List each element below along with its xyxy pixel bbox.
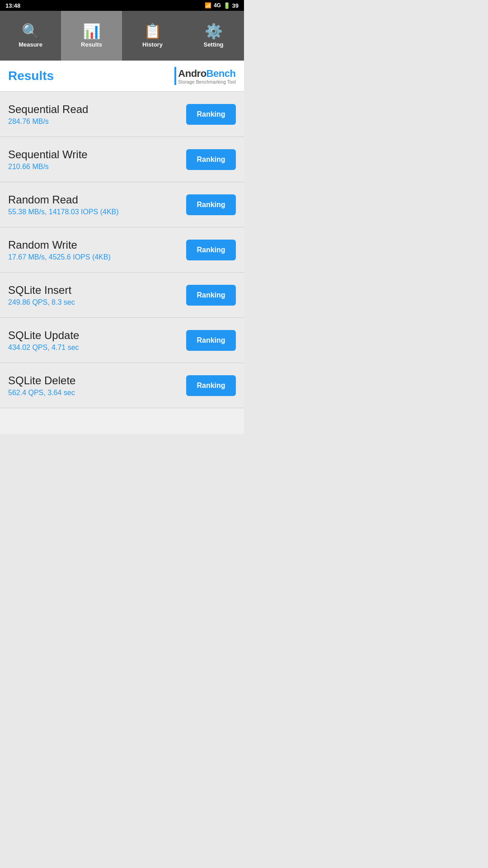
bench-row-rand-write: Random Write 17.67 MB/s, 4525.6 IOPS (4K… (0, 227, 244, 273)
bench-name-rand-write: Random Write (8, 239, 186, 251)
tab-measure[interactable]: 🔍 Measure (0, 11, 61, 61)
logo-andro: Andro (178, 68, 206, 79)
nav-tabs: 🔍 Measure 📊 Results 📋 History ⚙️ Setting (0, 11, 244, 61)
bench-info-seq-read: Sequential Read 284.76 MB/s (8, 103, 186, 126)
status-time: 13:48 (5, 2, 20, 9)
bench-name-sqlite-insert: SQLite Insert (8, 284, 186, 297)
tab-setting[interactable]: ⚙️ Setting (183, 11, 244, 61)
bench-name-seq-write: Sequential Write (8, 148, 186, 161)
status-bar: 13:48 📶 4G 🔋 39 (0, 0, 244, 11)
ranking-button-sqlite-update[interactable]: Ranking (186, 330, 236, 351)
bench-name-seq-read: Sequential Read (8, 103, 186, 116)
ranking-button-sqlite-delete[interactable]: Ranking (186, 375, 236, 396)
bench-value-seq-write: 210.66 MB/s (8, 163, 186, 171)
signal-icon: 4G (214, 2, 221, 9)
tab-measure-label: Measure (19, 41, 42, 48)
tab-history[interactable]: 📋 History (122, 11, 183, 61)
history-icon: 📋 (144, 24, 162, 38)
logo-text-block: AndroBench Storage Benchmarking Tool (178, 68, 236, 85)
bench-info-rand-write: Random Write 17.67 MB/s, 4525.6 IOPS (4K… (8, 239, 186, 261)
bench-row-rand-read: Random Read 55.38 MB/s, 14178.03 IOPS (4… (0, 182, 244, 227)
bench-row-sqlite-delete: SQLite Delete 562.4 QPS, 3.64 sec Rankin… (0, 363, 244, 408)
tab-history-label: History (142, 41, 163, 48)
bench-value-rand-write: 17.67 MB/s, 4525.6 IOPS (4KB) (8, 253, 186, 261)
bench-value-rand-read: 55.38 MB/s, 14178.03 IOPS (4KB) (8, 208, 186, 216)
bench-row-seq-write: Sequential Write 210.66 MB/s Ranking (0, 137, 244, 182)
androbench-logo: AndroBench Storage Benchmarking Tool (174, 67, 236, 85)
bench-row-sqlite-update: SQLite Update 434.02 QPS, 4.71 sec Ranki… (0, 318, 244, 363)
bench-name-sqlite-update: SQLite Update (8, 329, 186, 342)
ranking-button-rand-read[interactable]: Ranking (186, 194, 236, 215)
ranking-button-rand-write[interactable]: Ranking (186, 240, 236, 260)
ranking-button-seq-write[interactable]: Ranking (186, 149, 236, 170)
bench-name-sqlite-delete: SQLite Delete (8, 374, 186, 387)
results-header: Results AndroBench Storage Benchmarking … (0, 61, 244, 92)
setting-icon: ⚙️ (205, 24, 223, 38)
results-icon: 📊 (83, 24, 101, 38)
tab-results-label: Results (81, 41, 102, 48)
ranking-button-sqlite-insert[interactable]: Ranking (186, 285, 236, 306)
logo-bar (174, 67, 176, 85)
measure-icon: 🔍 (22, 24, 40, 38)
bench-info-sqlite-update: SQLite Update 434.02 QPS, 4.71 sec (8, 329, 186, 352)
tab-results[interactable]: 📊 Results (61, 11, 122, 61)
status-icons: 📶 4G 🔋 39 (205, 2, 239, 9)
bench-row-seq-read: Sequential Read 284.76 MB/s Ranking (0, 92, 244, 137)
logo-sub: Storage Benchmarking Tool (178, 80, 236, 85)
bench-info-rand-read: Random Read 55.38 MB/s, 14178.03 IOPS (4… (8, 193, 186, 216)
bench-info-sqlite-delete: SQLite Delete 562.4 QPS, 3.64 sec (8, 374, 186, 397)
bench-info-seq-write: Sequential Write 210.66 MB/s (8, 148, 186, 171)
battery-level: 🔋 39 (223, 2, 239, 9)
results-title: Results (8, 69, 54, 83)
logo-bench: Bench (206, 68, 236, 79)
benchmark-list: Sequential Read 284.76 MB/s Ranking Sequ… (0, 92, 244, 408)
bench-value-sqlite-insert: 249.86 QPS, 8.3 sec (8, 298, 186, 307)
bench-name-rand-read: Random Read (8, 193, 186, 206)
bench-row-sqlite-insert: SQLite Insert 249.86 QPS, 8.3 sec Rankin… (0, 273, 244, 318)
bench-info-sqlite-insert: SQLite Insert 249.86 QPS, 8.3 sec (8, 284, 186, 307)
bench-value-sqlite-update: 434.02 QPS, 4.71 sec (8, 344, 186, 352)
wifi-icon: 📶 (205, 2, 211, 9)
ranking-button-seq-read[interactable]: Ranking (186, 104, 236, 125)
bench-value-seq-read: 284.76 MB/s (8, 118, 186, 126)
bench-value-sqlite-delete: 562.4 QPS, 3.64 sec (8, 389, 186, 397)
main-content: Results AndroBench Storage Benchmarking … (0, 61, 244, 434)
tab-setting-label: Setting (203, 41, 223, 48)
logo-main: AndroBench (178, 68, 235, 80)
